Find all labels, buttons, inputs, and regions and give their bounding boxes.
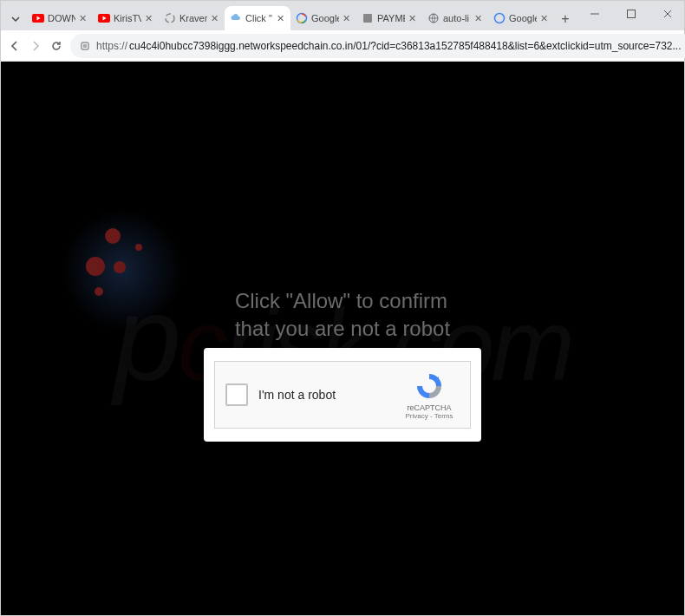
tab-payme[interactable]: PAYME ✕ <box>356 6 422 30</box>
tab-click-allow[interactable]: Click " ✕ <box>225 6 290 30</box>
reload-icon <box>49 39 63 53</box>
close-window-button[interactable] <box>656 4 679 23</box>
tab-strip: DOWN ✕ KirisTV ✕ Kraven ✕ Click " ✕ Goog… <box>1 1 684 30</box>
close-icon[interactable]: ✕ <box>275 13 285 23</box>
tab-down[interactable]: DOWN ✕ <box>27 6 93 30</box>
decorative-covid-graphic <box>62 209 183 331</box>
recaptcha-card: I'm not a robot reCAPTCHA Privacy - Term… <box>204 348 481 442</box>
close-icon[interactable]: ✕ <box>143 13 153 23</box>
tab-kiristv[interactable]: KirisTV ✕ <box>93 6 159 30</box>
recaptcha-checkbox[interactable] <box>225 383 248 406</box>
svg-rect-4 <box>363 14 372 23</box>
new-tab-button[interactable]: + <box>554 8 577 30</box>
close-icon[interactable]: ✕ <box>538 13 549 23</box>
back-button[interactable] <box>8 36 22 56</box>
tab-title: KirisTV <box>114 13 141 23</box>
svg-point-6 <box>495 14 505 23</box>
maximize-icon <box>626 9 636 19</box>
browser-window: DOWN ✕ KirisTV ✕ Kraven ✕ Click " ✕ Goog… <box>0 0 685 616</box>
recaptcha-icon <box>414 370 445 402</box>
close-icon[interactable]: ✕ <box>209 13 219 23</box>
globe-icon <box>427 12 440 24</box>
tab-title: DOWN <box>48 13 75 23</box>
chevron-down-icon <box>10 14 21 24</box>
tab-kraven[interactable]: Kraven ✕ <box>159 6 225 30</box>
tab-title: PAYME <box>377 13 405 23</box>
address-bar[interactable]: https:// cu4c4i0hubcc7398iggg.networkspe… <box>70 34 685 58</box>
toolbar: https:// cu4c4i0hubcc7398iggg.networkspe… <box>1 30 684 62</box>
allow-line-1: Click "Allow" to confirm <box>235 287 450 315</box>
maximize-button[interactable] <box>620 4 643 23</box>
recaptcha-label: I'm not a robot <box>258 388 399 402</box>
url-text: cu4c4i0hubcc7398iggg.networkspeedchain.c… <box>129 40 681 52</box>
youtube-icon <box>32 12 44 24</box>
cloud-icon <box>230 12 242 24</box>
close-icon <box>662 9 673 19</box>
tab-google-1[interactable]: Google ✕ <box>290 6 356 30</box>
svg-rect-9 <box>82 43 88 49</box>
tab-title: Google <box>509 13 537 23</box>
tab-auto-li[interactable]: auto-li ✕ <box>422 6 488 30</box>
youtube-icon <box>98 12 110 24</box>
minimize-button[interactable] <box>584 4 606 23</box>
svg-rect-8 <box>628 10 636 18</box>
tabs-dropdown[interactable] <box>4 8 27 30</box>
generic-icon <box>362 12 374 24</box>
tab-title: Google <box>311 13 339 23</box>
allow-prompt: Click "Allow" to confirm that you are no… <box>235 287 450 344</box>
tab-title: Click " <box>245 13 273 23</box>
close-icon[interactable]: ✕ <box>77 13 88 23</box>
allow-line-2: that you are not a robot <box>235 315 450 343</box>
google-icon <box>493 12 506 24</box>
google-icon <box>296 12 308 24</box>
tab-google-2[interactable]: Google ✕ <box>488 6 554 30</box>
close-icon[interactable]: ✕ <box>407 13 417 23</box>
recaptcha-branding: reCAPTCHA Privacy - Terms <box>399 370 460 420</box>
site-info-icon[interactable] <box>79 40 91 52</box>
close-icon[interactable]: ✕ <box>341 13 351 23</box>
recaptcha-links[interactable]: Privacy - Terms <box>399 412 460 420</box>
page-content: pcrisk.com Click "Allow" to confirm that… <box>1 62 684 615</box>
window-controls <box>584 4 679 23</box>
svg-point-2 <box>166 14 174 23</box>
tab-title: auto-li <box>443 13 471 23</box>
spinner-icon <box>164 12 176 24</box>
minimize-icon <box>590 9 600 19</box>
bookmark-button[interactable] <box>681 36 685 56</box>
url-scheme: https:// <box>96 40 127 52</box>
reload-button[interactable] <box>49 36 63 56</box>
forward-button[interactable] <box>29 36 42 56</box>
recaptcha-widget: I'm not a robot reCAPTCHA Privacy - Term… <box>214 361 471 429</box>
arrow-right-icon <box>29 39 42 53</box>
recaptcha-brand: reCAPTCHA <box>399 403 460 412</box>
arrow-left-icon <box>8 39 22 53</box>
tab-title: Kraven <box>179 13 207 23</box>
close-icon[interactable]: ✕ <box>473 13 483 23</box>
